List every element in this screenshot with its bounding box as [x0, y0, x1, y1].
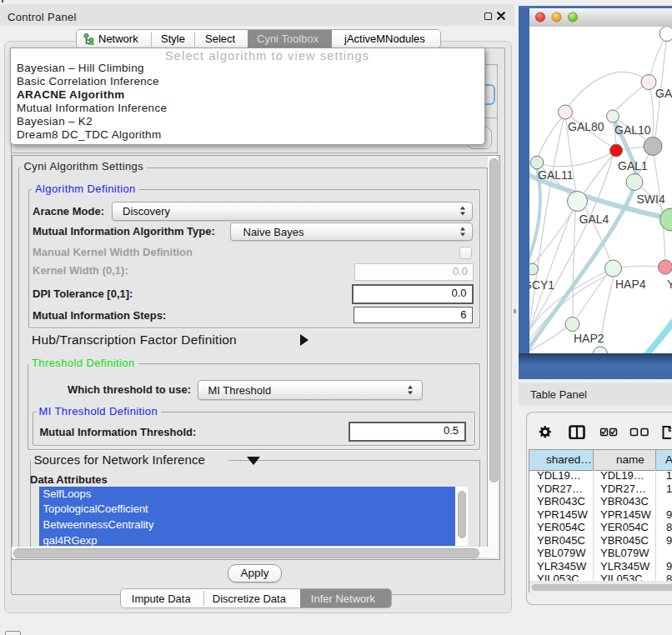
svg-text:HAP2: HAP2 [574, 332, 604, 345]
svg-text:GAL4: GAL4 [579, 212, 609, 226]
svg-text:GAL11: GAL11 [538, 168, 574, 182]
svg-text:HAP4: HAP4 [615, 278, 646, 291]
svg-text:GAL2: GAL2 [655, 87, 672, 100]
svg-text:GAL1: GAL1 [618, 159, 648, 172]
svg-text:SWI4: SWI4 [637, 192, 665, 206]
svg-text:GCY1: GCY1 [529, 278, 554, 292]
svg-text:Y: Y [667, 278, 672, 291]
svg-text:GAL10: GAL10 [614, 123, 651, 137]
svg-text:GAL80: GAL80 [568, 120, 604, 133]
